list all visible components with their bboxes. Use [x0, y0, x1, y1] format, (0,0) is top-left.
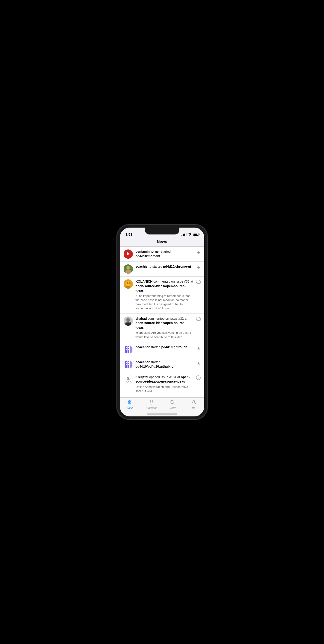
- avatar: b: [124, 250, 133, 259]
- phone-screen: 3:53: [120, 228, 204, 416]
- svg-point-5: [126, 282, 130, 286]
- status-icons: [182, 233, 199, 236]
- tab-me-label: Me: [192, 407, 195, 409]
- svg-rect-25: [126, 364, 127, 365]
- feed-item-content: shabad commented on issue #32 at open-so…: [136, 316, 193, 339]
- feed-text: peacebot started pd4d10/git-touch: [136, 345, 194, 350]
- star-icon: ★: [197, 346, 201, 351]
- svg-rect-18: [126, 349, 127, 350]
- feed-text: shabad commented on issue #32 at open-so…: [136, 316, 193, 330]
- svg-rect-20: [128, 347, 130, 348]
- list-item[interactable]: soachishti started pd4d10/chrome-ui ★: [120, 262, 204, 277]
- svg-rect-17: [126, 347, 127, 348]
- svg-point-31: [127, 377, 129, 379]
- svg-rect-24: [126, 362, 127, 363]
- svg-point-6: [127, 282, 128, 284]
- feed-list: b benjaminhorner started pd4d10/moment ★: [120, 247, 204, 397]
- svg-rect-21: [128, 349, 130, 350]
- news-icon: [127, 400, 133, 406]
- feed-text: benjaminhorner started pd4d10/moment: [136, 250, 194, 258]
- svg-point-13: [127, 318, 130, 321]
- list-item[interactable]: shabad commented on issue #32 at open-so…: [120, 314, 204, 342]
- list-item[interactable]: peacebot started pd4d10/git-touch ★: [120, 342, 204, 357]
- feed-item-content: KOLANICH commented on issue #32 at open-…: [136, 280, 193, 311]
- feed-text: soachishti started pd4d10/chrome-ui: [136, 264, 194, 269]
- home-indicator: [147, 414, 177, 414]
- avatar: [124, 345, 133, 354]
- signal-icon: [182, 233, 187, 236]
- me-icon: [191, 400, 197, 406]
- svg-line-38: [174, 403, 175, 404]
- svg-rect-22: [130, 346, 132, 353]
- comment-icon: [196, 280, 201, 286]
- status-time: 3:53: [125, 232, 132, 236]
- tab-search[interactable]: Search: [162, 400, 183, 409]
- svg-point-7: [128, 282, 130, 284]
- svg-rect-9: [197, 281, 200, 284]
- phone-frame: 3:53: [117, 225, 207, 419]
- avatar: [124, 280, 133, 288]
- list-item[interactable]: Kreijstal opened issue #151 at open-sour…: [120, 372, 204, 396]
- tab-notification-label: Notification: [146, 407, 157, 409]
- svg-rect-2: [125, 270, 131, 274]
- svg-rect-28: [128, 364, 130, 365]
- feed-item-content: Kreijstal opened issue #151 at open-sour…: [136, 375, 193, 394]
- search-icon: [170, 400, 175, 406]
- comment-icon: [196, 317, 201, 323]
- feed-text: peacebot started pd4d10/pd4d10.github.io: [136, 360, 194, 369]
- issue-icon: !: [196, 376, 201, 380]
- svg-rect-15: [197, 318, 200, 320]
- list-item[interactable]: KOLANICH commented on issue #32 at open-…: [120, 277, 204, 314]
- feed-preview: >The important thing to remember is that…: [136, 294, 193, 311]
- feed-text: KOLANICH commented on issue #32 at open-…: [136, 280, 193, 293]
- svg-point-39: [193, 400, 195, 402]
- feed-item-content: peacebot started pd4d10/pd4d10.github.io: [136, 360, 194, 369]
- tab-search-label: Search: [169, 407, 176, 409]
- tab-news[interactable]: News: [120, 400, 141, 409]
- tab-notification[interactable]: Notification: [141, 400, 162, 409]
- svg-rect-27: [128, 362, 130, 363]
- avatar: [124, 360, 133, 369]
- avatar: [124, 264, 133, 274]
- notch: [145, 228, 180, 234]
- tab-news-label: News: [127, 407, 133, 409]
- notification-icon: [149, 400, 154, 406]
- feed-item-content: peacebot started pd4d10/git-touch: [136, 345, 194, 350]
- feed-text: Kreijstal opened issue #151 at open-sour…: [136, 375, 193, 384]
- star-icon: ★: [197, 265, 201, 270]
- svg-rect-12: [125, 322, 131, 326]
- feed-item-content: benjaminhorner started pd4d10/moment: [136, 250, 194, 258]
- star-icon: ★: [197, 360, 201, 366]
- avatar: [124, 375, 133, 384]
- star-icon: ★: [197, 250, 201, 256]
- page-title: News: [120, 238, 204, 247]
- svg-point-37: [171, 400, 174, 404]
- battery-icon: [193, 233, 199, 236]
- svg-rect-29: [130, 361, 132, 368]
- tab-me[interactable]: Me: [183, 400, 204, 409]
- feed-preview: Online Administration and Collaborative …: [136, 385, 193, 393]
- avatar: [124, 316, 133, 326]
- feed-preview: @ahopkins Are you still working on this?…: [136, 331, 193, 339]
- list-item[interactable]: b benjaminhorner started pd4d10/moment ★: [120, 247, 204, 262]
- feed-item-content: soachishti started pd4d10/chrome-ui: [136, 264, 194, 269]
- wifi-icon: [188, 233, 192, 236]
- list-item[interactable]: peacebot started pd4d10/pd4d10.github.io…: [120, 357, 204, 372]
- svg-point-36: [130, 402, 131, 402]
